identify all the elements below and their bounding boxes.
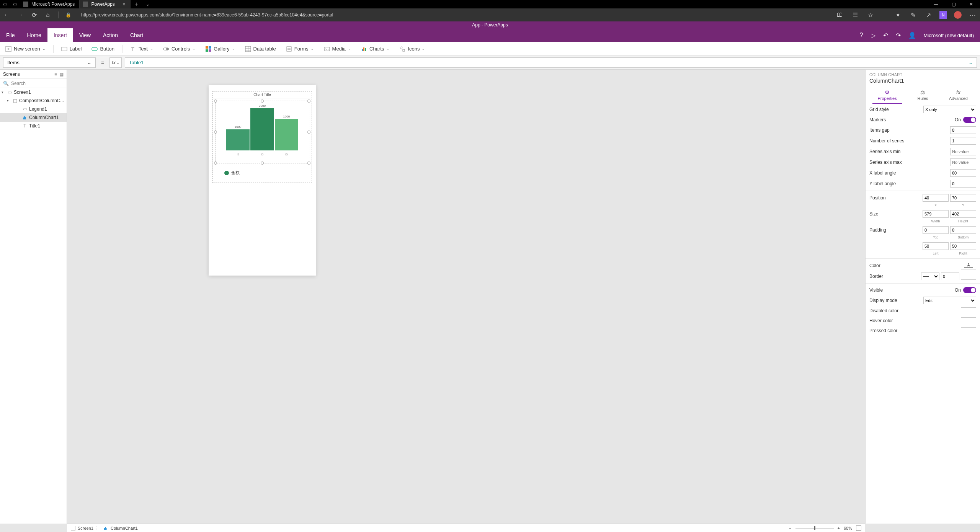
label-button[interactable]: Label [59, 46, 84, 52]
breadcrumb-screen[interactable]: Screen1 〉 [71, 525, 104, 531]
tab-overview-icon[interactable]: ▭ [3, 2, 7, 7]
help-icon[interactable]: ? [860, 32, 863, 39]
more-icon[interactable]: ⋯ [969, 11, 977, 19]
fit-to-screen-button[interactable] [856, 525, 861, 531]
tree-node-composite[interactable]: ▾ ◫ CompositeColumnC... [0, 96, 67, 105]
resize-handle[interactable] [214, 131, 217, 134]
maximize-button[interactable]: ▢ [945, 0, 962, 8]
x-angle-input[interactable] [950, 169, 976, 177]
pos-x-input[interactable] [923, 194, 949, 202]
axis-max-input[interactable] [950, 158, 976, 166]
num-series-input[interactable] [950, 137, 976, 145]
browser-tab-active[interactable]: PowerApps × [80, 0, 131, 8]
height-input[interactable] [950, 210, 976, 218]
icons-dropdown[interactable]: Icons⌄ [397, 46, 427, 52]
menu-home[interactable]: Home [21, 28, 47, 42]
resize-handle[interactable] [214, 162, 217, 165]
browser-tab-inactive[interactable]: Microsoft PowerApps [20, 0, 80, 8]
button-button[interactable]: Button [89, 46, 117, 52]
media-dropdown[interactable]: Media⌄ [322, 46, 353, 52]
resize-handle[interactable] [307, 162, 310, 165]
tab-aside-icon[interactable]: ▭ [13, 2, 17, 7]
close-tab-icon[interactable]: × [122, 1, 126, 7]
thumbnail-view-icon[interactable]: ▦ [59, 72, 64, 77]
controls-dropdown[interactable]: Controls⌄ [161, 46, 198, 52]
width-input[interactable] [923, 210, 949, 218]
charts-dropdown[interactable]: Charts⌄ [359, 46, 392, 52]
pressed-color-swatch[interactable] [961, 327, 976, 334]
property-selector[interactable]: Items ⌄ [3, 57, 96, 68]
chart-container[interactable]: Chart Title 1000l52000l51500l5 金额 [212, 91, 312, 183]
pad-top-input[interactable] [923, 226, 949, 234]
visible-toggle[interactable] [963, 287, 976, 293]
back-button[interactable]: ← [3, 11, 10, 18]
account-icon[interactable]: 👤 [908, 32, 916, 39]
pad-left-input[interactable] [923, 242, 949, 250]
new-screen-button[interactable]: New screen⌄ [3, 46, 48, 52]
hub-icon[interactable]: ✦ [893, 11, 902, 19]
notes-icon[interactable]: ✎ [909, 11, 917, 19]
refresh-button[interactable]: ⟳ [31, 11, 38, 19]
favorites-icon[interactable]: ☆ [866, 11, 875, 19]
tree-view-icon[interactable]: ≡ [54, 72, 57, 77]
resize-handle[interactable] [307, 100, 310, 103]
tree-search[interactable]: 🔍 Search [0, 79, 67, 88]
resize-handle[interactable] [214, 100, 217, 103]
zoom-in-button[interactable]: + [838, 526, 840, 530]
gallery-dropdown[interactable]: Gallery⌄ [203, 46, 237, 52]
reading-view-icon[interactable]: 🕮 [836, 11, 844, 18]
expand-icon[interactable]: ▾ [7, 99, 11, 103]
border-style-select[interactable]: ── [921, 273, 939, 280]
redo-icon[interactable]: ↷ [896, 32, 901, 39]
zoom-slider[interactable] [795, 528, 834, 529]
resize-handle[interactable] [261, 162, 264, 165]
tab-rules[interactable]: ⚖Rules [905, 87, 941, 104]
display-mode-select[interactable]: Edit [923, 297, 976, 304]
items-gap-input[interactable] [950, 126, 976, 134]
tab-advanced[interactable]: fxAdvanced [941, 87, 976, 104]
border-width-input[interactable] [941, 273, 959, 280]
share-icon[interactable]: ↗ [924, 11, 933, 19]
breadcrumb-chart[interactable]: ColumnChart1 [104, 526, 142, 530]
grid-style-select[interactable]: X only [923, 106, 976, 113]
account-label[interactable]: Microsoft (new default) [924, 33, 974, 38]
border-color-swatch[interactable] [961, 273, 976, 280]
address-bar[interactable]: https://preview.create.powerapps.com/stu… [81, 12, 333, 18]
menu-action[interactable]: Action [97, 28, 124, 42]
pad-bottom-input[interactable] [950, 226, 976, 234]
zoom-out-button[interactable]: − [789, 526, 791, 530]
y-angle-input[interactable] [950, 180, 976, 188]
tree-node-title[interactable]: T Title1 [0, 122, 67, 130]
color-picker[interactable]: A [961, 262, 976, 269]
reading-list-icon[interactable]: ☰ [851, 11, 859, 19]
resize-handle[interactable] [261, 100, 264, 103]
markers-toggle[interactable] [963, 117, 976, 123]
pad-right-input[interactable] [950, 242, 976, 250]
disabled-color-swatch[interactable] [961, 307, 976, 314]
tree-node-chart[interactable]: ColumnChart1 [0, 113, 67, 122]
resize-handle[interactable] [307, 131, 310, 134]
formula-input[interactable]: Table1 ⌄ [125, 57, 977, 68]
chart-body-selection[interactable]: 1000l52000l51500l5 [215, 101, 309, 163]
axis-min-input[interactable] [950, 148, 976, 155]
new-tab-button[interactable]: + [131, 0, 142, 8]
onenote-extension-icon[interactable]: N [939, 11, 947, 19]
menu-view[interactable]: View [73, 28, 97, 42]
home-button[interactable]: ⌂ [44, 11, 51, 18]
pos-y-input[interactable] [950, 194, 976, 202]
minimize-button[interactable]: — [927, 0, 945, 8]
undo-icon[interactable]: ↶ [883, 32, 888, 39]
canvas[interactable]: Chart Title 1000l52000l51500l5 金额 [67, 70, 865, 524]
fx-button[interactable]: fx ⌄ [109, 57, 122, 68]
preview-play-icon[interactable]: ▷ [871, 32, 875, 39]
menu-chart[interactable]: Chart [124, 28, 149, 42]
text-dropdown[interactable]: T Text⌄ [128, 46, 155, 52]
expand-icon[interactable]: ▾ [2, 90, 5, 94]
close-window-button[interactable]: ✕ [962, 0, 980, 8]
tab-properties[interactable]: ⚙Properties [869, 87, 905, 104]
tree-node-legend[interactable]: ▭ Legend1 [0, 105, 67, 113]
tree-node-screen[interactable]: ▾ ▭ Screen1 [0, 88, 67, 96]
tabs-menu-icon[interactable]: ⌄ [142, 0, 154, 8]
data-table-button[interactable]: Data table [243, 46, 278, 52]
menu-file[interactable]: File [0, 28, 21, 42]
